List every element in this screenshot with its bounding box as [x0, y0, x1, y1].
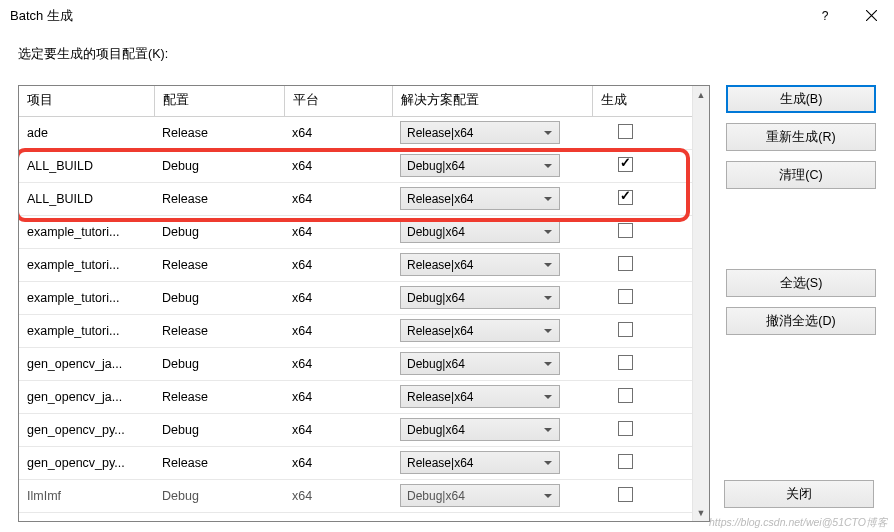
cell-platform: x64 [284, 182, 392, 215]
cell-config: Debug [154, 149, 284, 182]
generate-checkbox[interactable] [618, 223, 633, 238]
cell-project: example_tutori... [19, 314, 154, 347]
generate-checkbox[interactable] [618, 190, 633, 205]
solution-dropdown[interactable]: Debug|x64 [400, 352, 560, 375]
header-platform[interactable]: 平台 [284, 86, 392, 116]
table-row[interactable]: example_tutori...Releasex64Release|x64 [19, 248, 692, 281]
watermark-text: https://blog.csdn.net/wei@51CTO博客 [709, 516, 888, 530]
cell-config: Release [154, 248, 284, 281]
deselect-all-button[interactable]: 撤消全选(D) [726, 307, 876, 335]
cell-platform: x64 [284, 347, 392, 380]
header-solution[interactable]: 解决方案配置 [392, 86, 592, 116]
table-row[interactable]: gen_opencv_py...Debugx64Debug|x64 [19, 413, 692, 446]
generate-checkbox[interactable] [618, 322, 633, 337]
table-row[interactable]: gen_opencv_ja...Releasex64Release|x64 [19, 380, 692, 413]
table-row[interactable]: ALL_BUILDReleasex64Release|x64 [19, 182, 692, 215]
solution-dropdown[interactable]: Release|x64 [400, 385, 560, 408]
help-button[interactable]: ? [802, 0, 848, 32]
close-icon[interactable] [848, 0, 894, 32]
generate-checkbox[interactable] [618, 289, 633, 304]
header-project[interactable]: 项目 [19, 86, 154, 116]
cell-project: example_tutori... [19, 248, 154, 281]
cell-config: Release [154, 182, 284, 215]
cell-config: Debug [154, 215, 284, 248]
solution-dropdown[interactable]: Debug|x64 [400, 484, 560, 507]
solution-dropdown[interactable]: Debug|x64 [400, 418, 560, 441]
instruction-label: 选定要生成的项目配置(K): [18, 46, 876, 63]
cell-config: Debug [154, 413, 284, 446]
generate-checkbox[interactable] [618, 388, 633, 403]
cell-config: Debug [154, 479, 284, 512]
cell-config: Release [154, 380, 284, 413]
cell-project: gen_opencv_py... [19, 446, 154, 479]
titlebar: Batch 生成 ? [0, 0, 894, 32]
cell-project: ALL_BUILD [19, 149, 154, 182]
build-button[interactable]: 生成(B) [726, 85, 876, 113]
cell-project: example_tutori... [19, 281, 154, 314]
cell-platform: x64 [284, 314, 392, 347]
vertical-scrollbar[interactable]: ▲ ▼ [692, 86, 709, 521]
cell-config: Release [154, 314, 284, 347]
cell-project: gen_opencv_py... [19, 413, 154, 446]
cell-project: gen_opencv_ja... [19, 347, 154, 380]
solution-dropdown[interactable]: Release|x64 [400, 253, 560, 276]
rebuild-button[interactable]: 重新生成(R) [726, 123, 876, 151]
cell-config: Debug [154, 347, 284, 380]
header-config[interactable]: 配置 [154, 86, 284, 116]
cell-platform: x64 [284, 380, 392, 413]
projects-table: 项目 配置 平台 解决方案配置 生成 adeReleasex64Release|… [18, 85, 710, 522]
solution-dropdown[interactable]: Release|x64 [400, 451, 560, 474]
cell-platform: x64 [284, 149, 392, 182]
scroll-down-icon[interactable]: ▼ [693, 504, 709, 521]
cell-config: Debug [154, 281, 284, 314]
cell-project: IlmImf [19, 479, 154, 512]
cell-platform: x64 [284, 248, 392, 281]
cell-config: Release [154, 116, 284, 149]
select-all-button[interactable]: 全选(S) [726, 269, 876, 297]
cell-platform: x64 [284, 215, 392, 248]
cell-project: ALL_BUILD [19, 182, 154, 215]
close-button[interactable]: 关闭 [724, 480, 874, 508]
solution-dropdown[interactable]: Release|x64 [400, 319, 560, 342]
header-generate[interactable]: 生成 [592, 86, 692, 116]
clean-button[interactable]: 清理(C) [726, 161, 876, 189]
generate-checkbox[interactable] [618, 124, 633, 139]
solution-dropdown[interactable]: Debug|x64 [400, 220, 560, 243]
generate-checkbox[interactable] [618, 454, 633, 469]
table-row[interactable]: gen_opencv_py...Releasex64Release|x64 [19, 446, 692, 479]
solution-dropdown[interactable]: Debug|x64 [400, 286, 560, 309]
generate-checkbox[interactable] [618, 355, 633, 370]
table-header-row: 项目 配置 平台 解决方案配置 生成 [19, 86, 692, 116]
generate-checkbox[interactable] [618, 487, 633, 502]
table-row[interactable]: ALL_BUILDDebugx64Debug|x64 [19, 149, 692, 182]
solution-dropdown[interactable]: Release|x64 [400, 187, 560, 210]
window-title: Batch 生成 [10, 7, 802, 25]
cell-platform: x64 [284, 116, 392, 149]
solution-dropdown[interactable]: Debug|x64 [400, 154, 560, 177]
cell-project: example_tutori... [19, 215, 154, 248]
cell-project: ade [19, 116, 154, 149]
cell-platform: x64 [284, 446, 392, 479]
action-panel: 生成(B) 重新生成(R) 清理(C) 全选(S) 撤消全选(D) [726, 85, 876, 522]
cell-platform: x64 [284, 413, 392, 446]
cell-platform: x64 [284, 281, 392, 314]
table-row[interactable]: adeReleasex64Release|x64 [19, 116, 692, 149]
generate-checkbox[interactable] [618, 421, 633, 436]
solution-dropdown[interactable]: Release|x64 [400, 121, 560, 144]
scroll-up-icon[interactable]: ▲ [693, 86, 709, 103]
cell-platform: x64 [284, 479, 392, 512]
table-row[interactable]: example_tutori...Releasex64Release|x64 [19, 314, 692, 347]
cell-project: gen_opencv_ja... [19, 380, 154, 413]
generate-checkbox[interactable] [618, 157, 633, 172]
table-row[interactable]: gen_opencv_ja...Debugx64Debug|x64 [19, 347, 692, 380]
table-row[interactable]: example_tutori...Debugx64Debug|x64 [19, 215, 692, 248]
table-row[interactable]: IlmImfDebugx64Debug|x64 [19, 479, 692, 512]
cell-config: Release [154, 446, 284, 479]
table-row[interactable]: example_tutori...Debugx64Debug|x64 [19, 281, 692, 314]
generate-checkbox[interactable] [618, 256, 633, 271]
